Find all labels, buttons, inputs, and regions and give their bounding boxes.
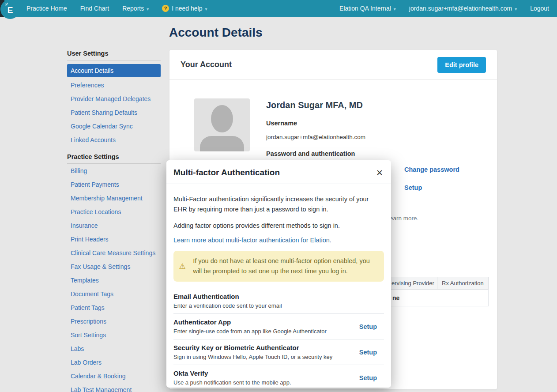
- username-value: jordan.sugar+mfa@elationhealth.com: [266, 134, 365, 140]
- warning-text: If you do not have at least one multi-fa…: [193, 255, 379, 277]
- chevron-down-icon: ▾: [394, 7, 396, 11]
- mfa-modal: Multi-factor Authentication ✕ Multi-Fact…: [166, 160, 391, 388]
- chevron-down-icon: ▾: [205, 7, 207, 11]
- sidebar-item[interactable]: Calendar & Booking: [67, 369, 161, 383]
- factor-description: Sign in using Windows Hello, Apple Touch…: [173, 354, 332, 360]
- sidebar-item[interactable]: Clinical Care Measure Settings: [67, 246, 161, 260]
- factor-title: Okta Verify: [173, 369, 291, 377]
- chevron-down-icon: ▾: [147, 7, 149, 11]
- sidebar-item[interactable]: Lab Test Management: [67, 383, 161, 392]
- practice-settings-heading: Practice Settings: [67, 153, 161, 164]
- chevron-down-icon: ▾: [515, 7, 517, 11]
- nav-user-menu[interactable]: jordan.sugar+mfa@elationhealth.com ▾: [409, 5, 517, 12]
- factor-setup-link[interactable]: Setup: [359, 374, 377, 381]
- avatar-shoulders: [200, 136, 244, 151]
- factor-setup-link[interactable]: Setup: [359, 323, 377, 330]
- factor-row: Security Key or Biometric Authenticator …: [173, 339, 384, 365]
- nav-reports-menu[interactable]: Reports ▾: [122, 5, 149, 12]
- modal-title: Multi-factor Authentication: [173, 168, 280, 177]
- factor-text: Okta Verify Use a push notification sent…: [173, 369, 291, 386]
- nav-org-menu[interactable]: Elation QA Internal ▾: [339, 5, 396, 12]
- warning-banner: ⚠ If you do not have at least one multi-…: [173, 251, 384, 282]
- close-icon[interactable]: ✕: [376, 169, 383, 177]
- edit-profile-button[interactable]: Edit profile: [437, 57, 486, 73]
- factor-text: Authenticator App Enter single-use code …: [173, 318, 327, 335]
- factor-description: Enter single-use code from an app like G…: [173, 328, 327, 335]
- factor-title: Security Key or Biometric Authenticator: [173, 344, 332, 351]
- factor-description: Enter a verification code sent to your e…: [173, 302, 282, 309]
- nav-help-label: I need help: [172, 5, 202, 12]
- username-label: Username: [266, 120, 297, 127]
- elation-logo[interactable]: E: [0, 0, 20, 19]
- sidebar-item[interactable]: Lab Orders: [67, 356, 161, 369]
- top-navbar: E Practice Home Find Chart Reports ▾ ? I…: [0, 0, 557, 17]
- sidebar-item[interactable]: Document Tags: [67, 287, 161, 301]
- sidebar-item[interactable]: Billing: [67, 164, 161, 177]
- help-question-icon: ?: [162, 5, 169, 12]
- sidebar-item[interactable]: Print Headers: [67, 233, 161, 246]
- mfa-setup-link[interactable]: Setup: [404, 184, 422, 191]
- warning-icon: ⚠: [179, 255, 186, 277]
- factor-row: Okta Verify Use a push notification sent…: [173, 365, 384, 388]
- nav-help-menu[interactable]: ? I need help ▾: [162, 5, 207, 12]
- sidebar-item[interactable]: Practice Locations: [67, 205, 161, 219]
- factor-text: Security Key or Biometric Authenticator …: [173, 344, 332, 360]
- password-section-label: Password and authentication: [266, 150, 355, 157]
- partial-learn-more-text: learn more.: [388, 215, 418, 222]
- learn-more-link[interactable]: Learn more about multi-factor authentica…: [173, 237, 384, 244]
- sidebar-item[interactable]: Labs: [67, 342, 161, 355]
- factor-title: Authenticator App: [173, 318, 327, 326]
- nav-logout[interactable]: Logout: [530, 5, 549, 12]
- sidebar-item[interactable]: Patient Sharing Defaults: [67, 106, 161, 119]
- sidebar-item[interactable]: Patient Tags: [67, 301, 161, 314]
- change-password-link[interactable]: Change password: [404, 166, 459, 173]
- sidebar-item[interactable]: Linked Accounts: [67, 133, 161, 147]
- sidebar-item[interactable]: Preferences: [67, 79, 161, 92]
- factor-text: Email Authentication Enter a verificatio…: [173, 293, 282, 309]
- factor-title: Email Authentication: [173, 293, 282, 300]
- user-email: jordan.sugar+mfa@elationhealth.com: [409, 5, 512, 12]
- sidebar-item[interactable]: Membership Management: [67, 192, 161, 205]
- factor-setup-link[interactable]: Setup: [359, 349, 377, 356]
- user-settings-heading: User Settings: [67, 50, 161, 60]
- logo-letter: E: [8, 5, 13, 15]
- factor-row: Authenticator App Enter single-use code …: [173, 314, 384, 339]
- factor-description: Use a push notification sent to the mobi…: [173, 379, 291, 386]
- sidebar-item[interactable]: Provider Managed Delegates: [67, 92, 161, 106]
- sidebar-item[interactable]: Sort Settings: [67, 328, 161, 342]
- nav-reports-label: Reports: [122, 5, 144, 12]
- practice-settings-list: Billing Patient Payments Membership Mana…: [67, 164, 161, 392]
- modal-body: Multi-Factor authentication significantl…: [166, 184, 391, 388]
- sidebar-item[interactable]: Google Calendar Sync: [67, 120, 161, 133]
- sidebar-item[interactable]: Templates: [67, 274, 161, 287]
- mfa-description-1: Multi-Factor authentication significantl…: [173, 194, 384, 215]
- modal-header: Multi-factor Authentication ✕: [166, 160, 391, 184]
- sidebar-item[interactable]: Fax Usage & Settings: [67, 260, 161, 273]
- profile-name: Jordan Sugar MFA, MD: [266, 100, 363, 110]
- sidebar-item[interactable]: Insurance: [67, 219, 161, 232]
- factor-list: Email Authentication Enter a verificatio…: [173, 288, 384, 388]
- nav-practice-home[interactable]: Practice Home: [26, 5, 67, 12]
- sidebar-item[interactable]: Patient Payments: [67, 178, 161, 191]
- card-header: Your Account Edit profile: [169, 50, 497, 80]
- sidebar-item[interactable]: Prescriptions: [67, 315, 161, 328]
- column-header-rx-authorization: Rx Authorization: [437, 277, 488, 289]
- mfa-description-2: Adding factor options provides different…: [173, 221, 384, 231]
- avatar: [194, 98, 250, 151]
- user-settings-list: Preferences Provider Managed Delegates P…: [67, 79, 161, 147]
- page-title: Account Details: [169, 26, 263, 40]
- sidebar-item-account-details[interactable]: Account Details: [67, 64, 161, 77]
- org-name: Elation QA Internal: [339, 5, 391, 12]
- settings-sidebar: User Settings Account Details Preference…: [67, 50, 161, 392]
- factor-row: Email Authentication Enter a verificatio…: [173, 288, 384, 314]
- avatar-head: [211, 105, 233, 132]
- nav-find-chart[interactable]: Find Chart: [80, 5, 109, 12]
- card-heading: Your Account: [181, 60, 232, 69]
